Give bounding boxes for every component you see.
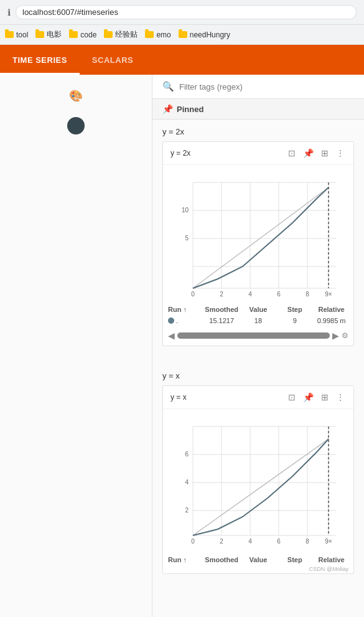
tab-time-series[interactable]: TIME SERIES [0,45,80,75]
chart-svg-element-2: 6 4 2 0 2 4 6 8 9× [168,414,352,551]
chart-section-2: y = x y = x ⊡ 📌 ⊞ ⋮ [152,364,364,591]
bookmark-label: 电影 [47,29,62,40]
chart-card-1: y = 2x ⊡ 📌 ⊞ ⋮ [162,141,354,346]
folder-icon [145,31,154,38]
palette-icon[interactable]: 🎨 [65,85,87,107]
svg-text:6: 6 [185,451,189,458]
filter-input[interactable] [179,82,354,92]
info-icon: ℹ [7,7,11,17]
run-dot [168,318,174,324]
svg-text:10: 10 [182,207,189,214]
folder-icon [5,31,14,38]
fit-chart-button[interactable]: ⊡ [287,147,297,159]
scroll-left-button[interactable]: ◀ [168,331,175,341]
col-value-2: Value [241,556,276,563]
fit-chart-button-2[interactable]: ⊡ [287,391,297,403]
run-header: Run ↑ [168,306,187,313]
stats-header-row-2: Run ↑ Smoothed Value Step Relative [163,553,353,566]
value-value: 18 [241,317,276,324]
expand-chart-button[interactable]: ⊞ [320,147,330,159]
chart-section-1: y = 2x y = 2x ⊡ 📌 ⊞ ⋮ [152,120,364,364]
tab-scalars[interactable]: SCALARS [80,45,146,75]
svg-text:8: 8 [306,291,309,298]
bookmark-needhungry[interactable]: needHungry [179,31,230,39]
more-options-button-2[interactable]: ⋮ [335,391,346,403]
col-relative-2: Relative [314,556,348,563]
col-step: Step [278,306,312,313]
svg-text:0: 0 [191,291,195,298]
chart-svg-1: 10 5 0 2 4 6 8 9× [163,165,353,303]
folder-icon [69,31,78,38]
chart-header-1: y = 2x ⊡ 📌 ⊞ ⋮ [163,142,353,165]
bookmark-code[interactable]: code [69,31,96,39]
filter-bar: 🔍 [152,75,364,99]
svg-text:6: 6 [277,538,281,545]
chart-card-2: y = x ⊡ 📌 ⊞ ⋮ [162,385,354,574]
stats-header-row-1: Run ↑ Smoothed Value Step Relative [163,303,353,316]
chart-header-2: y = x ⊡ 📌 ⊞ ⋮ [163,386,353,409]
pinned-label: Pinned [177,105,203,114]
scroll-settings-button[interactable]: ⚙ [342,331,348,340]
bookmark-tool[interactable]: tool [5,31,28,39]
bookmarks-bar: tool 电影 code 经验贴 emo needHungry [0,25,364,45]
bookmark-label: code [80,31,96,39]
bookmark-label: needHungry [190,31,230,39]
folder-icon [104,31,113,38]
col-value: Value [241,306,276,313]
chart-section-title-2: y = x [162,371,354,380]
svg-text:2: 2 [220,291,223,298]
bookmark-label: emo [156,31,170,39]
scroll-track[interactable] [177,332,330,339]
main-layout: 🎨 🔍 📌 Pinned y = 2x y = 2x ⊡ 📌 [0,75,364,617]
stats-values-row-1: . 15.1217 18 9 0.9985 m [163,316,353,328]
scroll-right-button[interactable]: ▶ [332,331,339,341]
bookmark-experience[interactable]: 经验贴 [104,29,138,40]
bookmark-movie[interactable]: 电影 [35,29,62,40]
chart-title-2: y = x [170,393,287,402]
svg-text:4: 4 [248,538,252,545]
more-options-button[interactable]: ⋮ [335,147,346,159]
svg-text:0: 0 [191,538,195,545]
svg-text:6: 6 [277,291,281,298]
run-indicator[interactable] [67,117,85,134]
col-smoothed-2: Smoothed [205,556,239,563]
svg-text:2: 2 [185,507,189,514]
expand-chart-button-2[interactable]: ⊞ [320,391,330,403]
col-step-2: Step [278,556,312,563]
browser-bar: ℹ localhost:6007/#timeseries [0,0,364,25]
svg-text:4: 4 [248,291,252,298]
bookmark-emo[interactable]: emo [145,31,170,39]
col-run: Run ↑ [168,306,202,313]
step-value: 9 [278,317,312,324]
url-bar[interactable]: localhost:6007/#timeseries [16,5,357,19]
svg-text:9×: 9× [325,538,332,545]
svg-text:4: 4 [185,479,189,486]
chart-svg-2: 6 4 2 0 2 4 6 8 9× [163,409,353,553]
bookmark-label: tool [16,31,28,39]
svg-text:5: 5 [185,235,189,242]
chart-actions-1: ⊡ 📌 ⊞ ⋮ [287,147,346,159]
watermark: CSDN @Moliay [163,566,353,573]
bookmark-label: 经验贴 [115,29,138,40]
pinned-section: 📌 Pinned [152,99,364,120]
relative-value: 0.9985 m [314,317,348,324]
col-relative: Relative [314,306,348,313]
smoothed-value: 15.1217 [205,317,239,324]
run-value: . [168,317,202,324]
col-run-2: Run ↑ [168,556,202,563]
chart-title-1: y = 2x [170,149,287,158]
search-icon: 🔍 [162,81,174,92]
pin-chart-button-2[interactable]: 📌 [302,391,315,403]
scrollbar-area-1: ◀ ▶ ⚙ [163,328,353,346]
folder-icon [179,31,187,38]
svg-text:9×: 9× [325,291,332,298]
col-smoothed: Smoothed [205,306,239,313]
chart-actions-2: ⊡ 📌 ⊞ ⋮ [287,391,346,403]
sidebar: 🎨 [0,75,152,617]
svg-text:8: 8 [306,538,309,545]
svg-text:2: 2 [220,538,223,545]
pin-chart-button[interactable]: 📌 [302,147,315,159]
svg-line-33 [193,439,329,535]
run-header-2: Run ↑ [168,556,187,563]
chart-svg-element-1: 10 5 0 2 4 6 8 9× [168,170,352,301]
